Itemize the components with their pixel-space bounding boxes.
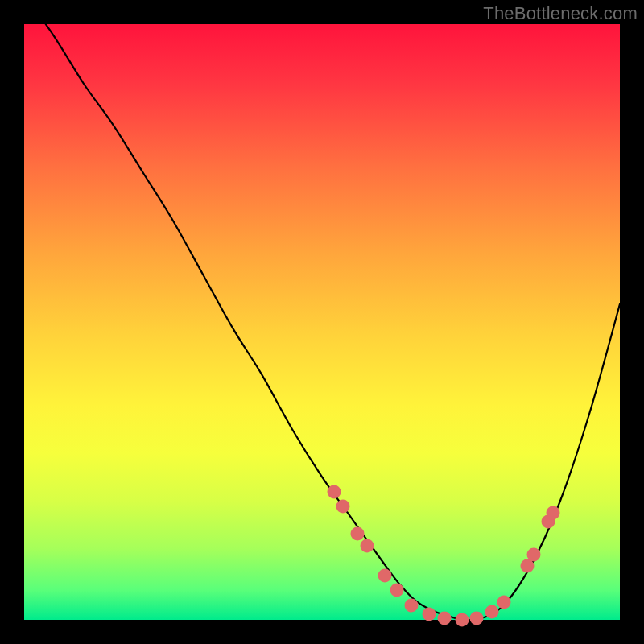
attribution-text: TheBottleneck.com <box>483 3 638 24</box>
curve-marker <box>437 611 451 625</box>
curve-marker <box>360 539 374 552</box>
curve-marker <box>327 485 341 498</box>
curve-marker <box>526 547 540 561</box>
curve-marker <box>378 568 391 582</box>
curve-marker <box>351 526 365 540</box>
curve-marker <box>497 595 510 609</box>
curve-marker <box>521 559 535 573</box>
curve-marker <box>423 607 436 621</box>
curve-marker <box>547 506 560 519</box>
bottleneck-curve <box>24 24 620 620</box>
curve-marker <box>470 611 484 625</box>
curve-marker <box>405 598 419 612</box>
chart-frame: TheBottleneck.com <box>0 0 644 644</box>
curve-marker <box>336 500 349 514</box>
curve-marker <box>485 605 498 619</box>
plot-area <box>24 24 620 620</box>
curve-marker <box>390 584 403 597</box>
curve-marker <box>455 613 469 627</box>
